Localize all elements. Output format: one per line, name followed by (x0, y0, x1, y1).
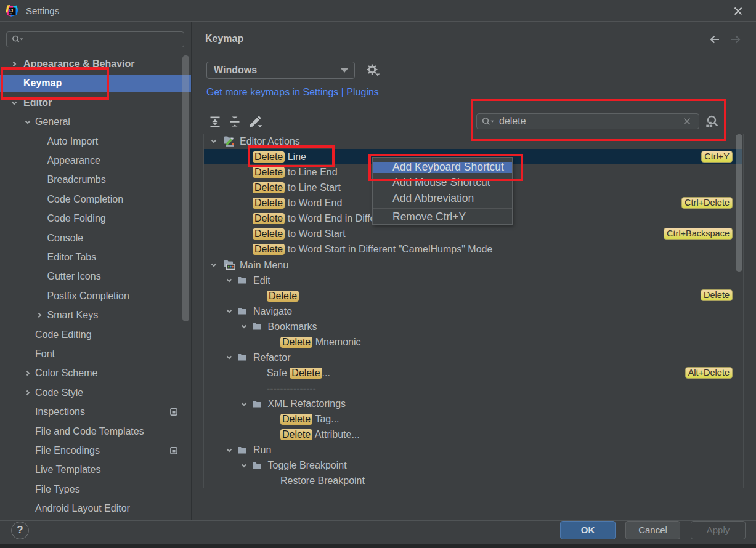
svg-text:IJ: IJ (9, 9, 13, 13)
